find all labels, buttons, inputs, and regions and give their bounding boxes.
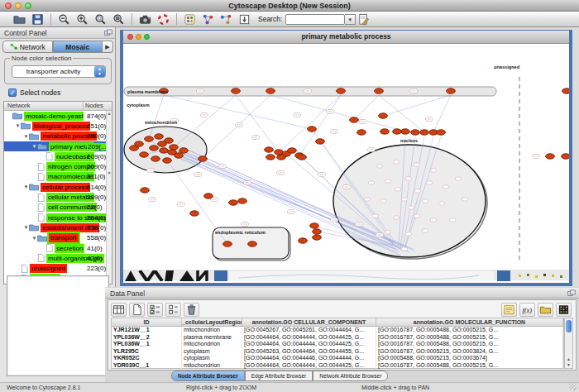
birdseye-view-panel[interactable] bbox=[7, 275, 109, 376]
net-minimize-button[interactable] bbox=[136, 34, 141, 40]
tree-expand-icon[interactable]: ▼ bbox=[23, 134, 29, 139]
tree-scrollbar[interactable]: ▲▼ bbox=[106, 111, 112, 284]
vizmapper-button[interactable] bbox=[182, 12, 197, 26]
tree-expand-icon[interactable]: ▼ bbox=[23, 225, 29, 230]
tree-row-cellular-process[interactable]: ▼cellular process614(0) bbox=[4, 182, 112, 192]
column-grid-button[interactable] bbox=[111, 303, 127, 317]
tab-mosaic[interactable]: Mosaic bbox=[53, 41, 103, 53]
table-col-header[interactable]: annotation.GO CELLULAR_COMPONENT bbox=[242, 318, 376, 326]
file-icon bbox=[37, 213, 45, 222]
network-window[interactable]: primary metabolic process plasma membran… bbox=[120, 30, 572, 286]
float-panel-icon[interactable] bbox=[104, 29, 112, 36]
tree-row-cellular-metabo[interactable]: cellular metabo209(0) bbox=[4, 192, 112, 202]
tree-expand-icon[interactable]: ▼ bbox=[23, 184, 29, 189]
tree-col-network[interactable]: Network bbox=[4, 102, 84, 110]
network-canvas[interactable]: plasma membranecytoplasmmitochondrionnuc… bbox=[123, 44, 569, 270]
tree-row-multi-organism-pro[interactable]: multi-organism pro42(0) bbox=[4, 253, 112, 263]
table-col-header[interactable]: _cellularLayoutRegion bbox=[182, 318, 242, 326]
tree-col-nodes[interactable]: Nodes bbox=[84, 102, 112, 110]
gene-node bbox=[229, 200, 238, 205]
annotation-edit-button[interactable] bbox=[356, 12, 371, 26]
matrix-button[interactable] bbox=[556, 303, 572, 317]
folder-icon bbox=[12, 112, 22, 120]
zoom-in-button[interactable] bbox=[74, 12, 89, 26]
tab-edge-attribute-browser[interactable]: Edge Attribute Browser bbox=[245, 370, 313, 381]
tab-network-attribute-browser[interactable]: Network Attribute Browser bbox=[313, 370, 388, 381]
table-col-header[interactable]: annotation.GO MOLECULAR_FUNCTION bbox=[376, 318, 563, 326]
network-layout-a-button[interactable] bbox=[200, 12, 215, 26]
deselect-list-button[interactable] bbox=[165, 303, 181, 317]
scrollbar-thumb[interactable] bbox=[566, 320, 572, 332]
gene-node bbox=[380, 129, 390, 134]
tree-row-primary-metab[interactable]: ▼primary metab209(... bbox=[4, 141, 112, 151]
tree-row-response-to-stimulu[interactable]: response to stimulu264(0) bbox=[4, 213, 112, 222]
main-toolbar: Search: ▼ bbox=[0, 12, 579, 27]
open-folder-button[interactable] bbox=[12, 12, 26, 26]
table-row[interactable]: YDR039C__1mitochondrion[GO:0044464, GO:0… bbox=[112, 362, 563, 370]
tab-overflow-arrow[interactable]: ▶ bbox=[103, 41, 113, 53]
select-nodes-checkbox[interactable]: ✓ bbox=[8, 88, 17, 97]
tree-row-node-count: 874(0) bbox=[87, 112, 106, 120]
resize-grip[interactable] bbox=[569, 384, 577, 390]
zoom-window-button[interactable] bbox=[25, 2, 31, 9]
open-folder-2-button[interactable] bbox=[538, 303, 553, 317]
zoom-selected-button[interactable] bbox=[93, 12, 108, 26]
tree-row-nucleobase-[interactable]: nucleobase-209(0) bbox=[4, 151, 112, 161]
tree-row-nitrogen-compo[interactable]: nitrogen compo209(0) bbox=[4, 161, 112, 171]
tab-node-attribute-browser[interactable]: Node Attribute Browser bbox=[171, 370, 245, 381]
data-panel-body: f(x) ID_cellularLayoutRegionannotation.G… bbox=[108, 299, 577, 370]
net-close-button[interactable] bbox=[127, 34, 133, 40]
search-input[interactable] bbox=[285, 14, 345, 25]
zoom-out-button[interactable] bbox=[56, 12, 71, 26]
table-row[interactable]: YLR295Ccytoplasm[GO:0045263, GO:0044464,… bbox=[112, 348, 563, 356]
table-row[interactable]: YJR121W__1mitochondrion[GO:0045267, GO:0… bbox=[112, 327, 563, 334]
table-scrollbar[interactable]: ▲ ▼ bbox=[564, 318, 573, 369]
tab-network[interactable]: Network bbox=[2, 41, 53, 53]
table-row[interactable]: YPL036W__1mitochondrion[GO:0044464, GO:0… bbox=[112, 341, 563, 348]
table-cell: cytoplasm bbox=[182, 348, 242, 356]
scroll-up-icon[interactable]: ▲ bbox=[565, 356, 572, 361]
network-layout-b-button[interactable] bbox=[218, 12, 233, 26]
select-checklist-button[interactable] bbox=[147, 303, 163, 317]
tree-expand-icon[interactable]: ▼ bbox=[31, 144, 37, 149]
help-lifesaver-button[interactable] bbox=[156, 12, 170, 26]
search-dropdown-arrow-icon[interactable]: ▼ bbox=[345, 14, 356, 25]
node-color-dropdown[interactable]: transporter activity ▲▼ bbox=[12, 65, 106, 78]
attribute-table[interactable]: ID_cellularLayoutRegionannotation.GO CEL… bbox=[111, 318, 564, 369]
save-button[interactable] bbox=[30, 12, 45, 26]
tree-row-establishment-of-lo[interactable]: ▼establishment of lo558(0) bbox=[4, 222, 112, 232]
formula-button[interactable]: f(x) bbox=[519, 303, 535, 317]
notes-button[interactable] bbox=[501, 303, 517, 317]
tree-row-unassigned[interactable]: unassigned223(0) bbox=[4, 263, 112, 273]
table-row[interactable]: YPL036W__2plasma membrane[GO:0044464, GO… bbox=[112, 334, 563, 342]
tree-row-macromolecule[interactable]: macromolecule311(0) bbox=[4, 172, 112, 182]
zoom-fit-button[interactable] bbox=[111, 12, 126, 26]
tree-row-transport[interactable]: ▼transport558(0) bbox=[4, 233, 112, 243]
dropdown-stepper-icon[interactable]: ▲▼ bbox=[94, 66, 105, 77]
network-window-titlebar[interactable]: primary metabolic process bbox=[123, 31, 569, 44]
scroll-down-icon[interactable]: ▼ bbox=[565, 362, 572, 367]
table-row[interactable]: YKR052Ccytoplasm[GO:0044464, GO:0044446,… bbox=[112, 355, 563, 362]
new-document-button[interactable] bbox=[129, 303, 145, 317]
float-panel-icon[interactable] bbox=[567, 289, 576, 297]
tree-expand-icon[interactable]: ▼ bbox=[31, 236, 37, 241]
label-unassigned: unassigned bbox=[494, 65, 520, 69]
minimize-window-button[interactable] bbox=[15, 2, 22, 9]
table-col-header[interactable]: ID bbox=[112, 318, 182, 326]
snapshot-camera-button[interactable] bbox=[137, 12, 152, 26]
tree-row-mosaic-demo-yeast[interactable]: mosaic-demo-yeast874(0) bbox=[4, 111, 112, 121]
tree-row-metabolic-process[interactable]: ▼metabolic process280(0) bbox=[4, 131, 112, 141]
network-graph[interactable]: plasma membranecytoplasmmitochondrionnuc… bbox=[123, 44, 569, 270]
gene-node bbox=[223, 241, 232, 246]
tree-expand-icon[interactable]: ▼ bbox=[15, 123, 21, 128]
tree-row-secretion[interactable]: secretion41(0) bbox=[4, 243, 112, 253]
net-zoom-button[interactable] bbox=[144, 34, 150, 40]
tree-row-cell-communicat[interactable]: cell communicat22(0) bbox=[4, 203, 112, 213]
table-cell: YPL036W__2 bbox=[112, 334, 182, 342]
nucleus-node bbox=[414, 163, 420, 166]
tree-row-node-count: 558(0) bbox=[87, 234, 106, 241]
import-network-button[interactable] bbox=[237, 12, 251, 26]
close-window-button[interactable] bbox=[5, 2, 12, 9]
tree-row-biological-process[interactable]: ▼biological_process651(0) bbox=[4, 121, 112, 131]
trash-button[interactable] bbox=[184, 303, 199, 317]
